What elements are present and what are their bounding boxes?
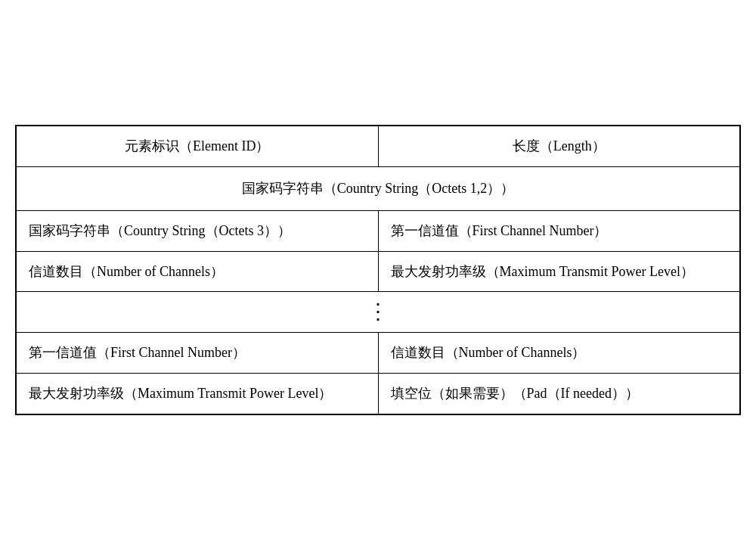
dots-cell: ⋮ bbox=[16, 292, 740, 333]
row3-col1: 第一信道值（First Channel Number） bbox=[16, 333, 378, 374]
row2-col2: 最大发射功率级（Maximum Transmit Power Level） bbox=[378, 251, 740, 292]
table-wrapper: 元素标识（Element ID） 长度（Length） 国家码字符串（Count… bbox=[15, 125, 741, 415]
table-row-4: 最大发射功率级（Maximum Transmit Power Level） 填空… bbox=[16, 373, 740, 414]
table-row-2: 信道数目（Number of Channels） 最大发射功率级（Maximum… bbox=[16, 251, 740, 292]
row4-col1: 最大发射功率级（Maximum Transmit Power Level） bbox=[16, 373, 378, 414]
dots-row: ⋮ bbox=[16, 292, 740, 333]
table-row-3: 第一信道值（First Channel Number） 信道数目（Number … bbox=[16, 333, 740, 374]
merged-cell: 国家码字符串（Country String（Octets 1,2）） bbox=[16, 167, 740, 211]
table-header-row: 元素标识（Element ID） 长度（Length） bbox=[16, 126, 740, 166]
row3-col2: 信道数目（Number of Channels） bbox=[378, 333, 740, 374]
row1-col2: 第一信道值（First Channel Number） bbox=[378, 210, 740, 251]
row4-col2: 填空位（如果需要）（Pad（If needed）） bbox=[378, 373, 740, 414]
row2-col1: 信道数目（Number of Channels） bbox=[16, 251, 378, 292]
merged-row: 国家码字符串（Country String（Octets 1,2）） bbox=[16, 167, 740, 211]
header-col1: 元素标识（Element ID） bbox=[16, 126, 378, 166]
table-row-1: 国家码字符串（Country String（Octets 3）） 第一信道值（F… bbox=[16, 210, 740, 251]
header-col2: 长度（Length） bbox=[378, 126, 740, 166]
row1-col1: 国家码字符串（Country String（Octets 3）） bbox=[16, 210, 378, 251]
main-table: 元素标识（Element ID） 长度（Length） 国家码字符串（Count… bbox=[15, 125, 741, 415]
